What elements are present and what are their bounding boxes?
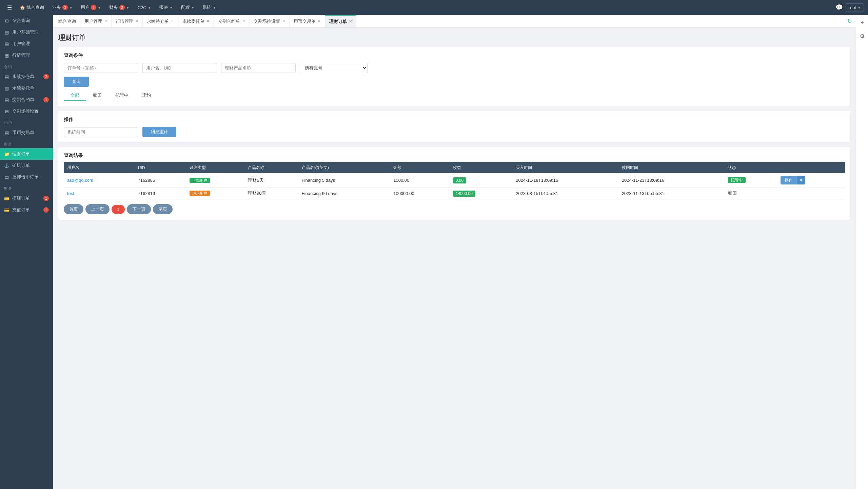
profit-badge: 14000.00 bbox=[453, 191, 475, 197]
system-time-input[interactable] bbox=[64, 127, 138, 137]
nav-item-c2c[interactable]: C2C ▼ bbox=[134, 3, 155, 12]
account-type-badge: 演示用户 bbox=[190, 191, 210, 196]
message-icon[interactable]: 💬 bbox=[835, 4, 843, 11]
page-prev-button[interactable]: 上一页 bbox=[85, 204, 110, 214]
sidebar-section-contract: 合约 bbox=[0, 61, 53, 71]
tab-close-delivery-control[interactable]: ✕ bbox=[282, 19, 285, 23]
search-button[interactable]: 查询 bbox=[64, 77, 89, 87]
sidebar-item-delivery-contract[interactable]: ▤ 交割合约单 1 bbox=[0, 94, 53, 105]
tab-perpetual-order[interactable]: 永续委托单 ✕ bbox=[178, 15, 214, 28]
grid-icon: ⊟ bbox=[4, 109, 9, 114]
list-icon: ▤ bbox=[4, 74, 9, 79]
col-product-name-en: 产品名称(英文) bbox=[298, 162, 390, 173]
tab-delivery-control[interactable]: 交割场控设置 ✕ bbox=[250, 15, 290, 28]
filter-tab-custodian[interactable]: 托管中 bbox=[108, 90, 135, 101]
filter-tab-redeem[interactable]: 赎回 bbox=[86, 90, 108, 101]
action-button[interactable]: 操作 bbox=[781, 176, 797, 184]
tab-close-perpetual-position[interactable]: ✕ bbox=[171, 19, 174, 23]
cell-buy-time: 2024-11-18T18:09:16 bbox=[512, 173, 618, 188]
col-buy-time: 买入时间 bbox=[512, 162, 618, 173]
list-icon: ▤ bbox=[4, 86, 9, 91]
refresh-icon[interactable]: ↻ bbox=[847, 18, 852, 24]
nav-item-report[interactable]: 报表 ▼ bbox=[156, 2, 176, 13]
cell-username: test bbox=[64, 188, 135, 199]
sidebar-item-pledge-order[interactable]: ▤ 质押借币订单 bbox=[0, 171, 53, 183]
cell-account-type: 演示用户 bbox=[186, 188, 244, 199]
chevron-down-icon: ▼ bbox=[148, 6, 151, 9]
cell-profit: 14000.00 bbox=[450, 188, 513, 199]
action-dropdown-arrow[interactable]: ▼ bbox=[797, 176, 805, 184]
sidebar-item-miner-order[interactable]: ⚓ 矿机订单 bbox=[0, 160, 53, 171]
page-first-button[interactable]: 首页 bbox=[64, 204, 83, 214]
chevron-down-icon: ▼ bbox=[69, 6, 73, 9]
tab-close-finance-order[interactable]: ✕ bbox=[349, 19, 352, 24]
top-nav: ☰ 🏠 综合查询 业务 3 ▼ 用户 3 ▼ 财务 2 ▼ C2C ▼ 报表 ▼… bbox=[0, 0, 868, 15]
username-uid-input[interactable] bbox=[142, 63, 217, 73]
cell-redeem-time: 2024-11-23T18:09:16 bbox=[618, 173, 725, 188]
sidebar-item-user-manage[interactable]: ▤ 用户管理 bbox=[0, 38, 53, 50]
tab-close-perpetual-order[interactable]: ✕ bbox=[206, 19, 210, 23]
col-amount: 金额 bbox=[390, 162, 450, 173]
tab-user-manage[interactable]: 用户管理 ✕ bbox=[80, 15, 112, 28]
pagination: 首页 上一页 1 下一页 尾页 bbox=[64, 204, 845, 214]
tab-market[interactable]: 行情管理 ✕ bbox=[112, 15, 143, 28]
tab-close-delivery-contract[interactable]: ✕ bbox=[242, 19, 245, 23]
sidebar-item-perpetual-order[interactable]: ▤ 永续委托单 bbox=[0, 82, 53, 94]
cell-action bbox=[777, 188, 845, 199]
cell-username: asd@qq.com bbox=[64, 173, 135, 188]
cell-amount: 1000.00 bbox=[390, 173, 450, 188]
sidebar-item-dashboard[interactable]: ⊞ 综合查询 bbox=[0, 15, 53, 26]
sidebar-item-user-basic[interactable]: ▤ 用户基础管理 bbox=[0, 26, 53, 38]
product-name-input[interactable] bbox=[221, 63, 296, 73]
filter-tab-breach[interactable]: 违约 bbox=[135, 90, 158, 101]
status-text: 赎回 bbox=[728, 191, 737, 196]
user-menu[interactable]: root ▼ bbox=[846, 3, 864, 12]
tab-delivery-contract[interactable]: 交割合约单 ✕ bbox=[214, 15, 250, 28]
query-section-title: 查询条件 bbox=[64, 53, 845, 59]
order-number-input[interactable] bbox=[64, 63, 138, 73]
sidebar-item-withdraw[interactable]: 💳 提现订单 1 bbox=[0, 193, 53, 204]
filter-tab-all[interactable]: 全部 bbox=[64, 90, 86, 101]
nav-item-system[interactable]: 系统 ▼ bbox=[199, 2, 219, 13]
nav-item-user[interactable]: 用户 3 ▼ bbox=[77, 2, 104, 13]
username-link[interactable]: test bbox=[67, 191, 74, 196]
page-last-button[interactable]: 尾页 bbox=[153, 204, 173, 214]
right-tool-plus[interactable]: ＋ bbox=[857, 18, 867, 27]
list-icon: ▤ bbox=[4, 175, 9, 180]
sidebar-item-delivery-control[interactable]: ⊟ 交割场控设置 bbox=[0, 105, 53, 117]
sidebar-item-perpetual-position[interactable]: ▤ 永续持仓单 2 bbox=[0, 71, 53, 82]
sidebar-item-spot-trade[interactable]: ▤ 币币交易单 bbox=[0, 127, 53, 138]
nav-item-business[interactable]: 业务 3 ▼ bbox=[49, 2, 76, 13]
menu-icon[interactable]: ☰ bbox=[4, 2, 15, 13]
col-product-name: 产品名称 bbox=[244, 162, 298, 173]
tab-close-spot-trade[interactable]: ✕ bbox=[318, 19, 321, 23]
username-link[interactable]: asd@qq.com bbox=[67, 178, 93, 183]
cell-uid: 7162886 bbox=[135, 173, 186, 188]
right-tool-settings[interactable]: ⚙ bbox=[857, 31, 867, 41]
tab-dashboard[interactable]: 综合查询 bbox=[54, 15, 80, 28]
cell-profit: 0.00 bbox=[450, 173, 513, 188]
tab-close-market[interactable]: ✕ bbox=[135, 19, 138, 23]
tab-finance-order[interactable]: 理财订单 ✕ bbox=[325, 15, 356, 28]
list-icon: ▤ bbox=[4, 30, 9, 35]
account-type-select[interactable]: 所有账号 bbox=[300, 63, 368, 73]
col-profit: 收益 bbox=[450, 162, 513, 173]
recalc-interest-button[interactable]: 利息重计 bbox=[142, 127, 176, 137]
tab-spot-trade[interactable]: 币币交易单 ✕ bbox=[290, 15, 325, 28]
status-badge: 托管中 bbox=[728, 177, 746, 183]
sidebar-item-deposit[interactable]: 💳 充值订单 1 bbox=[0, 204, 53, 216]
page-current-button[interactable]: 1 bbox=[112, 205, 125, 214]
right-tools: ＋ ⚙ bbox=[856, 15, 868, 489]
col-action bbox=[777, 162, 845, 173]
nav-item-config[interactable]: 配置 ▼ bbox=[178, 2, 198, 13]
cell-amount: 100000.00 bbox=[390, 188, 450, 199]
sidebar-item-market[interactable]: ▦ 行情管理 bbox=[0, 50, 53, 61]
cell-redeem-time: 2023-11-13T05:55:31 bbox=[618, 188, 725, 199]
chart-icon: ▦ bbox=[4, 53, 9, 58]
sidebar-item-finance-order[interactable]: 📁 理财订单 bbox=[0, 148, 53, 160]
nav-item-home[interactable]: 🏠 综合查询 bbox=[16, 2, 47, 13]
tab-close-user-manage[interactable]: ✕ bbox=[104, 19, 107, 23]
page-next-button[interactable]: 下一页 bbox=[127, 204, 151, 214]
tab-perpetual-position[interactable]: 永续持仓单 ✕ bbox=[143, 15, 178, 28]
nav-item-finance[interactable]: 财务 2 ▼ bbox=[106, 2, 133, 13]
